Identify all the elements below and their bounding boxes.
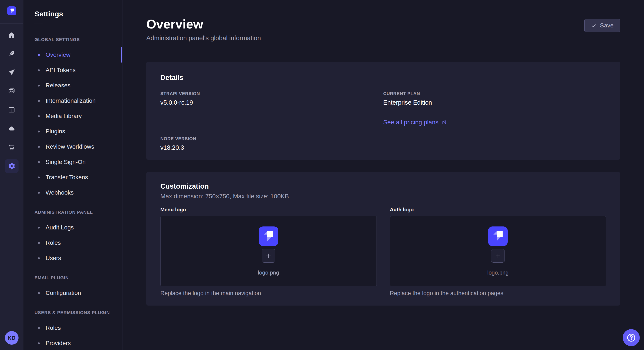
settings-gear-icon	[8, 162, 16, 170]
sidebar-item-media-library[interactable]: Media Library	[24, 108, 122, 124]
rail-icon-list	[5, 31, 18, 173]
sidebar-item-label: Review Workflows	[46, 143, 94, 150]
field-current-plan: CURRENT PLAN Enterprise Edition See all …	[383, 91, 606, 126]
page-subtitle: Administration panel’s global informatio…	[146, 34, 261, 42]
sidebar-item-label: Media Library	[46, 113, 82, 120]
sidebar-item-label: Configuration	[46, 290, 81, 296]
field-label: CURRENT PLAN	[383, 91, 606, 96]
page-title: Overview	[146, 18, 261, 31]
layout-icon[interactable]	[8, 106, 15, 113]
main-nav-rail: KD	[0, 0, 24, 350]
bullet-icon	[38, 192, 40, 194]
logo-dropzone[interactable]: logo.png	[390, 216, 606, 286]
add-logo-button[interactable]	[491, 249, 505, 263]
plus-icon	[265, 252, 272, 259]
sidebar-item-label: Overview	[46, 51, 70, 58]
details-card: Details STRAPI VERSION v5.0.0-rc.19 CURR…	[146, 62, 620, 160]
bullet-icon	[38, 292, 40, 294]
customization-constraints: Max dimension: 750×750, Max file size: 1…	[160, 193, 606, 200]
sidebar-item-label: Releases	[46, 82, 70, 89]
bullet-icon	[38, 242, 40, 244]
sidebar-item-transfer-tokens[interactable]: Transfer Tokens	[24, 170, 122, 185]
sidebar-sections: GLOBAL SETTINGSOverviewAPI TokensRelease…	[24, 37, 122, 350]
bullet-icon	[38, 342, 40, 344]
sidebar-title: Settings	[34, 10, 122, 18]
cloud-icon[interactable]	[8, 125, 15, 132]
bullet-icon	[38, 85, 40, 87]
sidebar-item-roles[interactable]: Roles	[24, 320, 122, 336]
main-content: Overview Administration panel’s global i…	[122, 0, 644, 350]
page-header: Overview Administration panel’s global i…	[146, 18, 620, 42]
cart-icon[interactable]	[8, 144, 15, 151]
sidebar-item-label: Webhooks	[46, 189, 74, 196]
add-logo-button[interactable]	[262, 249, 275, 263]
avatar[interactable]: KD	[5, 331, 18, 345]
images-icon[interactable]	[8, 88, 15, 95]
sidebar-item-label: Audit Logs	[46, 224, 74, 231]
sidebar-item-plugins[interactable]: Plugins	[24, 124, 122, 139]
sidebar-item-single-sign-on[interactable]: Single Sign-On	[24, 154, 122, 170]
sidebar-item-releases[interactable]: Releases	[24, 78, 122, 93]
current-logo-preview	[259, 226, 278, 246]
rail-item-active[interactable]	[5, 159, 18, 173]
logo-filename: logo.png	[487, 269, 508, 276]
details-heading: Details	[160, 74, 606, 82]
bullet-icon	[38, 69, 40, 71]
sidebar-item-audit-logs[interactable]: Audit Logs	[24, 220, 122, 235]
sidebar-item-webhooks[interactable]: Webhooks	[24, 185, 122, 200]
save-button[interactable]: Save	[584, 19, 620, 32]
upload-caption: Replace the logo in the authentication p…	[390, 290, 606, 297]
rail-divider-bottom	[0, 326, 23, 326]
field-node-version: NODE VERSION v18.20.3	[160, 136, 383, 151]
upload-label: Menu logo	[160, 207, 377, 213]
customization-card: Customization Max dimension: 750×750, Ma…	[146, 172, 620, 306]
sidebar-item-roles[interactable]: Roles	[24, 235, 122, 250]
check-icon	[591, 23, 596, 28]
sidebar-item-configuration[interactable]: Configuration	[24, 285, 122, 301]
rail-bottom: KD	[0, 326, 23, 350]
send-icon[interactable]	[8, 69, 15, 76]
sidebar-section-label: ADMINISTRATION PANEL	[34, 210, 122, 215]
external-link-icon	[442, 120, 447, 125]
sidebar-item-label: Roles	[46, 239, 61, 246]
bullet-icon	[38, 257, 40, 259]
feather-icon[interactable]	[8, 50, 15, 57]
bullet-icon	[38, 131, 40, 133]
bullet-icon	[38, 227, 40, 229]
sidebar-section-label: USERS & PERMISSIONS PLUGIN	[34, 310, 122, 315]
sidebar-item-review-workflows[interactable]: Review Workflows	[24, 139, 122, 154]
sidebar-item-internationalization[interactable]: Internationalization	[24, 93, 122, 108]
sidebar-item-label: Providers	[46, 340, 71, 347]
help-button[interactable]	[623, 329, 640, 346]
sidebar-section-label: EMAIL PLUGIN	[34, 275, 122, 280]
app-root: KD Settings GLOBAL SETTINGSOverviewAPI T…	[0, 0, 644, 350]
plus-icon	[494, 252, 502, 259]
rail-divider	[0, 23, 23, 24]
bullet-icon	[38, 176, 40, 178]
upload-caption: Replace the logo in the main navigation	[160, 290, 377, 297]
field-label: STRAPI VERSION	[160, 91, 383, 96]
field-value: v18.20.3	[160, 144, 383, 151]
sidebar-item-users[interactable]: Users	[24, 250, 122, 266]
sidebar-item-api-tokens[interactable]: API Tokens	[24, 62, 122, 78]
logo-dropzone[interactable]: logo.png	[160, 216, 377, 286]
upload-field-auth-logo: Auth logologo.pngReplace the logo in the…	[390, 207, 606, 297]
home-icon[interactable]	[8, 31, 15, 38]
strapi-logo[interactable]	[7, 6, 16, 15]
bullet-icon	[38, 115, 40, 117]
page-header-text: Overview Administration panel’s global i…	[146, 18, 261, 42]
question-icon	[626, 333, 636, 342]
sidebar-item-overview[interactable]: Overview	[24, 47, 122, 62]
field-value: v5.0.0-rc.19	[160, 99, 383, 106]
save-button-label: Save	[600, 22, 614, 29]
sidebar-item-label: Internationalization	[46, 97, 96, 104]
sidebar-item-label: Users	[46, 255, 61, 262]
settings-sidebar: Settings GLOBAL SETTINGSOverviewAPI Toke…	[24, 0, 122, 350]
details-grid: STRAPI VERSION v5.0.0-rc.19 CURRENT PLAN…	[160, 91, 606, 151]
current-logo-preview	[488, 226, 508, 246]
sidebar-item-label: Single Sign-On	[46, 159, 86, 166]
pricing-plans-link[interactable]: See all pricing plans	[383, 119, 448, 126]
sidebar-item-providers[interactable]: Providers	[24, 336, 122, 350]
sidebar-item-label: API Tokens	[46, 67, 76, 74]
logo-filename: logo.png	[258, 269, 279, 276]
